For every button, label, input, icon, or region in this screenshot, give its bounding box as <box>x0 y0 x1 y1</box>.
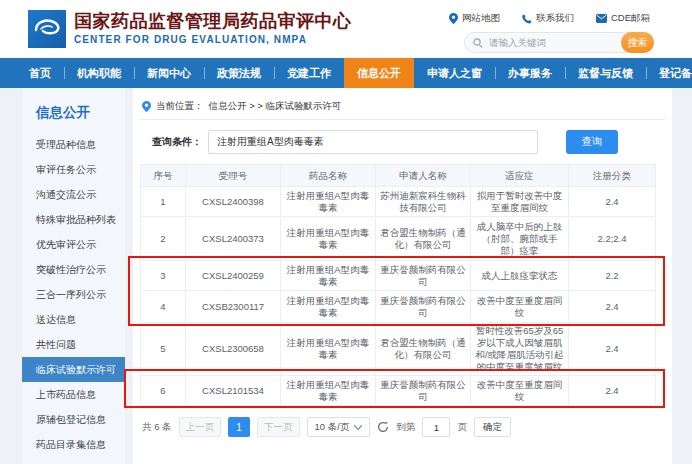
cell-applicant: 重庆誉颜制药有限公司 <box>376 376 471 406</box>
logo-swirl-icon <box>32 16 62 42</box>
cell-registration-class: 2.2;2.4 <box>569 217 656 261</box>
cell-indication: 暂时性改善65岁及65岁以下成人因皱眉肌和/或降眉肌活动引起的中度至重度皱眉纹 <box>471 323 569 376</box>
sidebar-item-drug-catalog[interactable]: 药品目录集信息 <box>22 432 125 457</box>
sitemap-link[interactable]: 网站地图 <box>449 12 500 25</box>
table-row[interactable]: 2 CXSL2400373 注射用重组A型肉毒毒素 君合盟生物制药（通化）有限公… <box>141 217 656 261</box>
sidebar-item-accepted-varieties[interactable]: 受理品种信息 <box>22 132 125 157</box>
contact-link[interactable]: 联系我们 <box>522 12 574 25</box>
breadcrumb-prefix: 当前位置： <box>156 100 204 113</box>
cde-mail-link[interactable]: CDE邮箱 <box>596 12 650 25</box>
site-title: 国家药品监督管理局药品审评中心 <box>74 10 352 32</box>
cell-applicant: 君合盟生物制药（通化）有限公司 <box>376 323 471 376</box>
next-page-button[interactable]: 下一页 <box>257 417 300 437</box>
breadcrumb: 当前位置：信息公开 > > 临床试验默示许可 <box>140 94 665 120</box>
sidebar: 信息公开 受理品种信息 审评任务公示 沟通交流公示 特殊审批品种列表 优先审评公… <box>22 88 125 464</box>
header: 国家药品监督管理局药品审评中心 CENTER FOR DRUG EVALUATI… <box>0 0 692 58</box>
sidebar-item-common-issues[interactable]: 共性问题 <box>22 332 125 357</box>
goto-prefix: 到第 <box>396 421 415 434</box>
nav-supervision[interactable]: 监督与反馈 <box>565 58 646 88</box>
cell-registration-class: 2.4 <box>569 323 656 376</box>
search-input[interactable] <box>483 37 621 48</box>
search-button[interactable]: 搜索 <box>621 32 654 53</box>
goto-page-input[interactable] <box>422 417 450 437</box>
cell-drug-name: 注射用重组A型肉毒毒素 <box>281 261 376 291</box>
goto-confirm-button[interactable]: 确定 <box>474 417 511 437</box>
nav-news[interactable]: 新闻中心 <box>134 58 204 88</box>
cell-acceptance-no: CXSB2300117 <box>186 291 281 323</box>
cell-acceptance-no: CXSL2400398 <box>186 187 281 217</box>
cell-registration-class: 2.4 <box>569 376 656 406</box>
cell-applicant: 重庆誉颜制药有限公司 <box>376 261 471 291</box>
sidebar-item-delivery-info[interactable]: 送达信息 <box>22 307 125 332</box>
cell-applicant: 重庆誉颜制药有限公司 <box>376 291 471 323</box>
refresh-button[interactable] <box>377 421 389 433</box>
cde-logo <box>28 10 66 48</box>
page-1-button[interactable]: 1 <box>228 417 250 437</box>
sidebar-item-review-tasks[interactable]: 审评任务公示 <box>22 157 125 182</box>
cell-registration-class: 2.2 <box>569 261 656 291</box>
nav-functions[interactable]: 机构职能 <box>64 58 134 88</box>
page-size-value: 10 条/页 <box>315 421 350 434</box>
cell-drug-name: 注射用重组A型肉毒毒素 <box>281 376 376 406</box>
col-applicant: 申请人名称 <box>376 165 471 187</box>
cell-registration-class: 2.4 <box>569 291 656 323</box>
table-header-row: 序号 受理号 药品名称 申请人名称 适应症 注册分类 <box>141 165 656 187</box>
query-button[interactable]: 查询 <box>566 130 618 154</box>
col-index: 序号 <box>141 165 186 187</box>
query-input[interactable] <box>208 130 538 154</box>
table-row[interactable]: 5 CXSL2300658 注射用重组A型肉毒毒素 君合盟生物制药（通化）有限公… <box>141 323 656 376</box>
cell-drug-name: 注射用重组A型肉毒毒素 <box>281 217 376 261</box>
main-nav: 首页 机构职能 新闻中心 政策法规 党建工作 信息公开 申请人之窗 办事服务 监… <box>0 58 692 88</box>
nav-registration-platform[interactable]: 登记备案平台 <box>646 58 692 88</box>
cell-acceptance-no: CXSL2300658 <box>186 323 281 376</box>
cell-index: 6 <box>141 376 186 406</box>
sidebar-item-marketed-drugs[interactable]: 上市药品信息 <box>22 382 125 407</box>
cell-registration-class: 2.4 <box>569 187 656 217</box>
prev-page-button[interactable]: 上一页 <box>179 417 222 437</box>
col-acceptance-no: 受理号 <box>186 165 281 187</box>
cell-index: 3 <box>141 261 186 291</box>
sidebar-item-excipient-registration[interactable]: 原辅包登记信息 <box>22 407 125 432</box>
sitemap-label: 网站地图 <box>462 12 500 25</box>
col-indication: 适应症 <box>471 165 569 187</box>
nav-policy[interactable]: 政策法规 <box>204 58 274 88</box>
mail-icon <box>596 14 607 23</box>
sidebar-item-communication[interactable]: 沟通交流公示 <box>22 182 125 207</box>
cell-indication: 拟用于暂时改善中度至重度眉间纹 <box>471 187 569 217</box>
cell-indication: 改善中度至重度眉间纹 <box>471 291 569 323</box>
cell-drug-name: 注射用重组A型肉毒毒素 <box>281 187 376 217</box>
table-row[interactable]: 6 CXSL2101534 注射用重组A型肉毒毒素 重庆誉颜制药有限公司 改善中… <box>141 376 656 406</box>
cell-index: 2 <box>141 217 186 261</box>
table-row[interactable]: 1 CXSL2400398 注射用重组A型肉毒毒素 苏州迪新宸科生物科技有限公司… <box>141 187 656 217</box>
query-label: 查询条件： <box>152 135 202 149</box>
cell-acceptance-no: CXSL2400259 <box>186 261 281 291</box>
cde-mail-label: CDE邮箱 <box>611 12 650 25</box>
page: 国家药品监督管理局药品审评中心 CENTER FOR DRUG EVALUATI… <box>0 0 692 464</box>
breadcrumb-path: 信息公开 > > 临床试验默示许可 <box>209 100 342 113</box>
sidebar-item-clinical-trial-implied-license[interactable]: 临床试验默示许可 <box>22 357 125 382</box>
nav-home[interactable]: 首页 <box>16 58 64 88</box>
cell-indication: 成人脑卒中后的上肢（肘部、腕部或手部）痉挛 <box>471 217 569 261</box>
sidebar-item-breakthrough-therapy[interactable]: 突破性治疗公示 <box>22 257 125 282</box>
query-bar: 查询条件： 查询 <box>140 129 665 155</box>
cell-drug-name: 注射用重组A型肉毒毒素 <box>281 323 376 376</box>
goto-suffix: 页 <box>457 421 467 434</box>
nav-info-disclosure[interactable]: 信息公开 <box>344 58 414 88</box>
nav-applicant-window[interactable]: 申请人之窗 <box>414 58 495 88</box>
sidebar-item-priority-review[interactable]: 优先审评公示 <box>22 232 125 257</box>
nav-party[interactable]: 党建工作 <box>274 58 344 88</box>
page-size-select[interactable]: 10 条/页 <box>307 417 371 437</box>
results-table: 序号 受理号 药品名称 申请人名称 适应症 注册分类 1 CXSL2400398… <box>140 164 656 406</box>
cell-applicant: 君合盟生物制药（通化）有限公司 <box>376 217 471 261</box>
phone-icon <box>522 14 532 24</box>
table-row[interactable]: 4 CXSB2300117 注射用重组A型肉毒毒素 重庆誉颜制药有限公司 改善中… <box>141 291 656 323</box>
nav-services[interactable]: 办事服务 <box>495 58 565 88</box>
cell-drug-name: 注射用重组A型肉毒毒素 <box>281 291 376 323</box>
main-content: 当前位置：信息公开 > > 临床试验默示许可 查询条件： 查询 序号 受理号 药… <box>133 88 672 464</box>
table-row[interactable]: 3 CXSL2400259 注射用重组A型肉毒毒素 重庆誉颜制药有限公司 成人上… <box>141 261 656 291</box>
header-search: 搜索 <box>464 32 654 53</box>
sidebar-item-special-approval[interactable]: 特殊审批品种列表 <box>22 207 125 232</box>
map-pin-icon <box>449 13 458 24</box>
sidebar-item-three-in-one[interactable]: 三合一序列公示 <box>22 282 125 307</box>
cell-indication: 改善中度至重度眉间纹 <box>471 376 569 406</box>
